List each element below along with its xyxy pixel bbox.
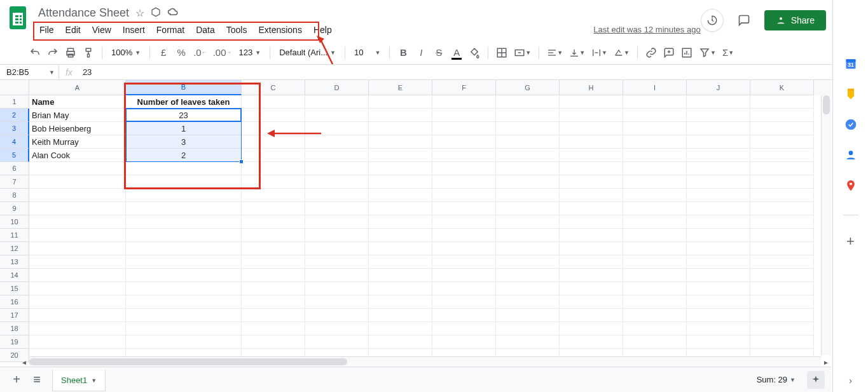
cell-C13[interactable]	[242, 255, 305, 269]
cloud-status-icon[interactable]	[167, 7, 179, 19]
cell-J15[interactable]	[687, 282, 750, 295]
column-header-J[interactable]: J	[687, 80, 750, 95]
functions-button[interactable]: Σ▼	[720, 44, 736, 61]
cell-F14[interactable]	[432, 269, 496, 282]
cell-H18[interactable]	[560, 322, 623, 335]
cell-F6[interactable]	[432, 162, 496, 175]
cell-E18[interactable]	[369, 322, 432, 335]
cell-D9[interactable]	[305, 202, 369, 215]
cell-B5[interactable]: 2	[126, 149, 242, 162]
cell-A12[interactable]	[29, 242, 126, 255]
last-edit-link[interactable]: Last edit was 12 minutes ago	[593, 12, 700, 34]
cell-A13[interactable]	[29, 255, 126, 269]
cell-K4[interactable]	[750, 135, 814, 149]
cell-E4[interactable]	[369, 135, 432, 149]
cell-G19[interactable]	[496, 335, 560, 349]
cell-D15[interactable]	[305, 282, 369, 295]
cell-I19[interactable]	[623, 335, 687, 349]
menu-insert[interactable]: Insert	[118, 22, 150, 38]
selection-handle[interactable]	[239, 159, 244, 164]
row-header-9[interactable]: 9	[0, 202, 29, 215]
cell-D12[interactable]	[305, 242, 369, 255]
undo-button[interactable]	[27, 44, 43, 61]
cell-C3[interactable]	[242, 122, 305, 135]
maps-icon[interactable]	[844, 179, 857, 192]
cell-F19[interactable]	[432, 335, 496, 349]
cell-G2[interactable]	[496, 109, 560, 122]
row-header-11[interactable]: 11	[0, 229, 29, 242]
cell-G11[interactable]	[496, 229, 560, 242]
cell-C14[interactable]	[242, 269, 305, 282]
cell-B2[interactable]: 23	[126, 109, 242, 122]
cell-J8[interactable]	[687, 189, 750, 202]
font-size-dropdown[interactable]: 10▼	[350, 48, 384, 57]
cell-B19[interactable]	[126, 335, 242, 349]
cell-I11[interactable]	[623, 229, 687, 242]
cell-E8[interactable]	[369, 189, 432, 202]
menu-data[interactable]: Data	[191, 22, 220, 38]
cell-B18[interactable]	[126, 322, 242, 335]
cell-J2[interactable]	[687, 109, 750, 122]
row-header-1[interactable]: 1	[0, 95, 29, 109]
explore-button[interactable]	[807, 371, 825, 389]
row-header-19[interactable]: 19	[0, 335, 29, 349]
cell-J1[interactable]	[687, 95, 750, 109]
cell-B7[interactable]	[126, 175, 242, 189]
cell-C1[interactable]	[242, 95, 305, 109]
cell-H11[interactable]	[560, 229, 623, 242]
name-box[interactable]: B2:B5▼	[0, 65, 59, 79]
cell-H7[interactable]	[560, 175, 623, 189]
cell-C17[interactable]	[242, 309, 305, 322]
decrease-decimal-button[interactable]: .0←	[191, 44, 209, 61]
redo-button[interactable]	[45, 44, 61, 61]
cell-G5[interactable]	[496, 149, 560, 162]
cell-G3[interactable]	[496, 122, 560, 135]
cell-G16[interactable]	[496, 295, 560, 309]
cell-H19[interactable]	[560, 335, 623, 349]
column-header-G[interactable]: G	[496, 80, 560, 95]
cell-I14[interactable]	[623, 269, 687, 282]
cell-F11[interactable]	[432, 229, 496, 242]
cell-K1[interactable]	[750, 95, 814, 109]
cell-D4[interactable]	[305, 135, 369, 149]
row-header-3[interactable]: 3	[0, 122, 29, 135]
cell-J16[interactable]	[687, 295, 750, 309]
cell-F18[interactable]	[432, 322, 496, 335]
cell-C4[interactable]	[242, 135, 305, 149]
row-header-15[interactable]: 15	[0, 282, 29, 295]
print-button[interactable]	[62, 44, 79, 61]
cell-J5[interactable]	[687, 149, 750, 162]
cell-F4[interactable]	[432, 135, 496, 149]
cell-D3[interactable]	[305, 122, 369, 135]
more-formats-dropdown[interactable]: 123▼	[235, 48, 265, 57]
version-history-icon[interactable]	[701, 9, 724, 32]
column-header-F[interactable]: F	[432, 80, 496, 95]
text-wrap-button[interactable]: ▼	[589, 44, 610, 61]
cell-G13[interactable]	[496, 255, 560, 269]
cell-I8[interactable]	[623, 189, 687, 202]
cell-K5[interactable]	[750, 149, 814, 162]
cell-G9[interactable]	[496, 202, 560, 215]
star-icon[interactable]: ☆	[135, 7, 144, 19]
cell-E6[interactable]	[369, 162, 432, 175]
cell-A18[interactable]	[29, 322, 126, 335]
cell-C12[interactable]	[242, 242, 305, 255]
cell-F5[interactable]	[432, 149, 496, 162]
cell-J12[interactable]	[687, 242, 750, 255]
cell-C9[interactable]	[242, 202, 305, 215]
vertical-align-button[interactable]: ▼	[567, 44, 588, 61]
cell-I1[interactable]	[623, 95, 687, 109]
cell-A14[interactable]	[29, 269, 126, 282]
cell-E1[interactable]	[369, 95, 432, 109]
cell-G15[interactable]	[496, 282, 560, 295]
add-addon-button[interactable]: +	[846, 233, 855, 250]
cell-K9[interactable]	[750, 202, 814, 215]
borders-button[interactable]	[493, 44, 510, 61]
cell-B1[interactable]: Number of leaves taken	[126, 95, 242, 109]
cell-F15[interactable]	[432, 282, 496, 295]
cell-B10[interactable]	[126, 215, 242, 229]
cell-K16[interactable]	[750, 295, 814, 309]
cell-I16[interactable]	[623, 295, 687, 309]
cell-I12[interactable]	[623, 242, 687, 255]
row-header-13[interactable]: 13	[0, 255, 29, 269]
